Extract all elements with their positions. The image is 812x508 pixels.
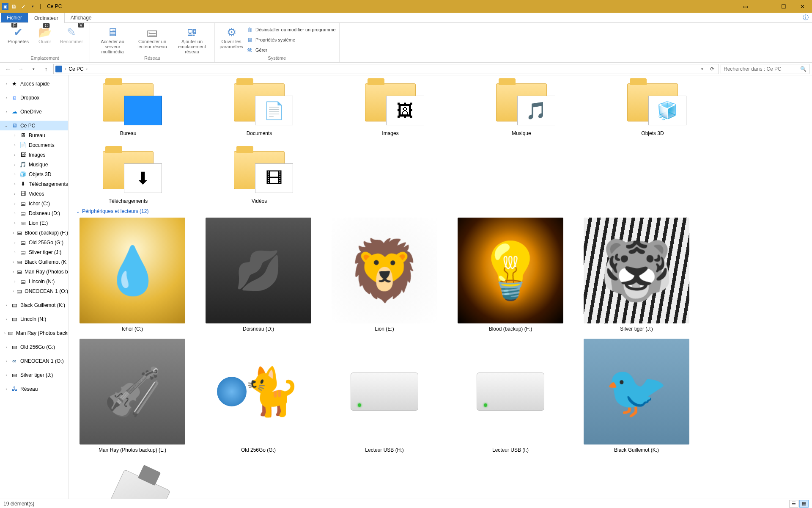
folder-icon: 🎵: [483, 77, 560, 128]
sidebar-silvertiger-2[interactable]: ›🖴Silver tiger (J:): [0, 370, 68, 380]
map-drive-icon: 🖴: [145, 25, 159, 39]
sidebar-black-guillemot-2[interactable]: ›🖴Black Guillemot (K:): [0, 300, 68, 310]
sidebar-item-label: Documents: [29, 142, 55, 148]
sidebar-item[interactable]: ›🖼Images: [0, 150, 68, 160]
sidebar-quick-access[interactable]: ›★Accès rapide: [0, 79, 68, 88]
sidebar-item[interactable]: ›🖴Silver tiger (J:): [0, 247, 68, 257]
address-refresh[interactable]: ⟳: [708, 66, 717, 72]
sidebar-network[interactable]: ›🖧Réseau: [0, 384, 68, 394]
drive-icon: 🖴: [11, 344, 18, 351]
sidebar-item[interactable]: ›🖴Lion (E:): [0, 218, 68, 228]
drive-tile[interactable]: 🎻Man Ray (Photos backup) (L:): [75, 339, 189, 453]
nav-recent-dropdown[interactable]: ▾: [28, 64, 39, 75]
drive-tile[interactable]: Lincoln (N:): [75, 460, 189, 499]
sidebar-item[interactable]: ›🖴Old 256Go (G:): [0, 237, 68, 247]
address-dropdown[interactable]: ▾: [697, 66, 707, 72]
folder-tile[interactable]: 🎵Musique: [469, 77, 574, 136]
sidebar-item[interactable]: ›🖥Bureau: [0, 130, 68, 140]
folder-icon: 🎞: [221, 145, 297, 196]
minimize-button[interactable]: —: [755, 0, 774, 13]
navigation-pane[interactable]: ›★Accès rapide ›⧈Dropbox ›☁OneDrive ⌄🖥Ce…: [0, 75, 69, 499]
sidebar-item[interactable]: ›🖴Blood (backup) (F:): [0, 228, 68, 237]
sidebar-dropbox[interactable]: ›⧈Dropbox: [0, 93, 68, 102]
ribbon-open-settings[interactable]: ⚙ Ouvrir les paramètres: [218, 25, 244, 55]
sidebar-item-label: Old 256Go (G:): [20, 344, 55, 350]
ribbon-add-network-label: Ajouter un emplacement réseau: [173, 39, 211, 54]
drive-tile[interactable]: Lecteur USB (H:): [327, 339, 442, 453]
ribbon-media-server[interactable]: 🖥 Accéder au serveur multimédia: [93, 25, 132, 55]
ribbon-add-network[interactable]: 🖳 Ajouter un emplacement réseau: [173, 25, 211, 55]
ribbon-manage[interactable]: 🛠Gérer: [246, 46, 336, 54]
drive-tile[interactable]: 💡Blood (backup) (F:): [453, 218, 568, 332]
sidebar-item[interactable]: ›🖴Doisneau (D:): [0, 208, 68, 218]
sidebar-manray-2[interactable]: ›🖴Man Ray (Photos backup) (L:): [0, 328, 68, 338]
sidebar-old256-2[interactable]: ›🖴Old 256Go (G:): [0, 342, 68, 352]
view-details-button[interactable]: ☰: [789, 500, 798, 508]
search-input[interactable]: [724, 66, 800, 72]
drive-tile[interactable]: 🐈Old 256Go (G:): [201, 339, 315, 453]
ribbon-properties[interactable]: ✔ Propriétés: [3, 25, 33, 55]
sidebar-item-label: Man Ray (Photos backup) (L:): [16, 330, 68, 336]
sidebar-onedrive[interactable]: ›☁OneDrive: [0, 107, 68, 116]
drive-icon: 🖴: [11, 372, 18, 378]
drive-tile[interactable]: ∞ONEOCEAN 1 (O:): [201, 460, 315, 499]
drive-tile[interactable]: 🐦Black Guillemot (K:): [579, 339, 694, 453]
ribbon-system-props[interactable]: 🖥Propriétés système: [246, 36, 336, 44]
close-button[interactable]: ✕: [793, 0, 812, 13]
ribbon-uninstall[interactable]: 🗑Désinstaller ou modifier un programme: [246, 25, 336, 34]
sidebar-item[interactable]: ›🖴Black Guillemot (K:): [0, 257, 68, 267]
section-devices-header[interactable]: ⌄ Périphériques et lecteurs (12): [75, 204, 805, 218]
tab-view[interactable]: Affichage V: [65, 13, 98, 22]
sidebar-oneocean-2[interactable]: ›∞ONEOCEAN 1 (O:): [0, 356, 68, 366]
folder-tile[interactable]: 🧊Objets 3D: [600, 77, 705, 136]
drive-tile[interactable]: 💧Ichor (C:): [75, 218, 189, 332]
item-icon: 🖴: [19, 249, 26, 256]
ribbon-help-icon[interactable]: ⓘ: [799, 13, 812, 22]
ribbon: ✔ Propriétés 📂 Ouvrir ✎ Renommer Emplace…: [0, 23, 812, 63]
sidebar-lincoln-2[interactable]: ›🖴Lincoln (N:): [0, 314, 68, 324]
qat-dropdown-icon[interactable]: ▾: [29, 2, 36, 11]
folder-tile[interactable]: 🎞Vidéos: [206, 145, 312, 204]
folder-tile[interactable]: Bureau: [75, 77, 181, 136]
sidebar-item[interactable]: ›🎞Vidéos: [0, 189, 68, 199]
drive-tile[interactable]: Lecteur USB (I:): [453, 339, 568, 453]
folder-label: Objets 3D: [641, 128, 664, 136]
ribbon-group-network-label: Réseau: [93, 55, 211, 62]
sidebar-item-label: Musique: [29, 162, 48, 168]
breadcrumb-root[interactable]: Ce PC: [69, 66, 83, 72]
drive-icon: 🖴: [11, 316, 18, 323]
drive-tile[interactable]: 🦁Lion (E:): [327, 218, 442, 332]
sidebar-item[interactable]: ›🖴Ichor (C:): [0, 199, 68, 208]
nav-forward[interactable]: →: [15, 64, 26, 75]
sidebar-item[interactable]: ›🖴ONEOCEAN 1 (O:): [0, 286, 68, 296]
address-box[interactable]: › Ce PC › ▾ ⟳: [53, 64, 719, 74]
qat-new-icon[interactable]: 🗎: [10, 2, 18, 11]
folder-tile[interactable]: ⬇Téléchargements: [75, 145, 181, 204]
sidebar-item-label: Old 256Go (G:): [29, 240, 63, 246]
sidebar-item[interactable]: ›🖴Lincoln (N:): [0, 276, 68, 286]
sidebar-item[interactable]: ›🧊Objets 3D: [0, 169, 68, 179]
item-view[interactable]: Bureau📄Documents🖼Images🎵Musique🧊Objets 3…: [69, 75, 812, 499]
ribbon-open[interactable]: 📂 Ouvrir: [35, 25, 55, 55]
nav-back[interactable]: ←: [3, 64, 14, 75]
ribbon-rename[interactable]: ✎ Renommer: [57, 25, 86, 55]
sidebar-item[interactable]: ›🖴Man Ray (Photos backup) (L:): [0, 267, 68, 276]
nav-up[interactable]: ↑: [41, 64, 52, 75]
sidebar-item[interactable]: ›📄Documents: [0, 140, 68, 150]
sidebar-item[interactable]: ›⬇Téléchargements: [0, 179, 68, 189]
drive-tile[interactable]: 🐯Silver tiger (J:): [579, 218, 694, 332]
search-box[interactable]: 🔍: [721, 64, 809, 74]
drive-tile[interactable]: 💋Doisneau (D:): [201, 218, 315, 332]
folder-tile[interactable]: 📄Documents: [206, 77, 312, 136]
sidebar-item[interactable]: ›🎵Musique: [0, 160, 68, 169]
tab-file[interactable]: Fichier F: [1, 13, 28, 22]
ribbon-display-options[interactable]: ▭: [736, 0, 755, 13]
maximize-button[interactable]: ☐: [774, 0, 793, 13]
ribbon-map-drive[interactable]: 🖴 Connecter un lecteur réseau: [133, 25, 171, 55]
tab-computer[interactable]: Ordinateur C: [28, 13, 65, 23]
chevron-right-icon: ›: [86, 66, 88, 71]
sidebar-thispc[interactable]: ⌄🖥Ce PC: [0, 121, 68, 130]
folder-tile[interactable]: 🖼Images: [337, 77, 443, 136]
qat-properties-icon[interactable]: ✓: [19, 2, 27, 11]
view-tiles-button[interactable]: ▦: [799, 500, 809, 508]
